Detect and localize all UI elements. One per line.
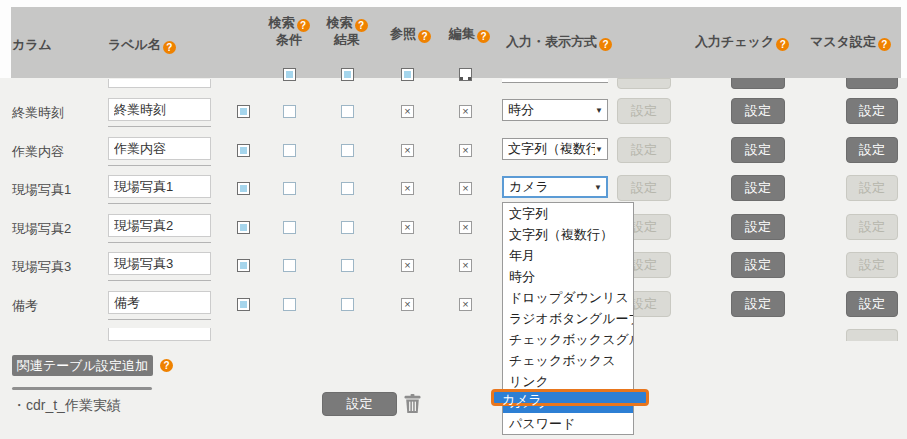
page-margin: [901, 0, 907, 78]
search-condition-checkbox[interactable]: [283, 221, 296, 234]
master-setting-button[interactable]: 設定: [846, 98, 898, 124]
related-table-name: ・cdr_t_作業実績: [12, 397, 121, 415]
input-type-select[interactable]: 時分 ▼: [502, 99, 608, 121]
search-result-checkall[interactable]: [341, 68, 354, 81]
clipped-row-fragment: [846, 78, 898, 89]
help-icon[interactable]: ?: [160, 359, 173, 372]
input-type-select[interactable]: 文字列（複数行） ▼: [502, 138, 608, 160]
input-check-setting-button[interactable]: 設定: [731, 98, 785, 124]
use-checkbox[interactable]: [237, 259, 250, 272]
help-icon[interactable]: ?: [163, 41, 176, 54]
master-setting-button: 設定: [846, 252, 898, 278]
reference-header: 参照?: [390, 25, 431, 43]
input-check-setting-button[interactable]: 設定: [731, 137, 785, 163]
help-icon[interactable]: ?: [477, 30, 490, 43]
label-input[interactable]: [108, 291, 211, 314]
help-icon[interactable]: ?: [599, 38, 612, 51]
search-result-checkbox[interactable]: [341, 105, 354, 118]
dropdown-option[interactable]: 文字列: [503, 203, 633, 224]
related-table-setting-button[interactable]: 設定: [322, 392, 397, 416]
input-check-setting-button[interactable]: 設定: [731, 175, 785, 201]
page-margin: [0, 0, 907, 7]
help-icon[interactable]: ?: [297, 19, 310, 32]
help-icon[interactable]: ?: [776, 38, 789, 51]
search-condition-checkbox[interactable]: [283, 298, 296, 311]
input-check-setting-button[interactable]: 設定: [731, 252, 785, 278]
column-name: 終業時刻: [12, 104, 64, 122]
label-input[interactable]: [108, 252, 211, 275]
input-display-setting-button: 設定: [617, 98, 671, 124]
use-checkbox[interactable]: [237, 221, 250, 234]
use-checkbox[interactable]: [237, 298, 250, 311]
label-input[interactable]: [108, 137, 211, 160]
input-underline: [108, 126, 211, 127]
search-result-checkbox[interactable]: [341, 144, 354, 157]
dropdown-option[interactable]: ラジオボタングループ: [503, 308, 633, 329]
field-row: 備考 設定 設定 設定: [0, 290, 907, 318]
dropdown-option[interactable]: パスワード: [503, 413, 633, 434]
label-input[interactable]: [108, 98, 211, 121]
search-result-checkbox[interactable]: [341, 259, 354, 272]
edit-checkbox[interactable]: [459, 182, 472, 195]
dropdown-option-selected[interactable]: カメラ: [491, 389, 649, 406]
add-related-table-button[interactable]: 関連テーブル設定追加: [12, 355, 153, 376]
column-header: カラム: [12, 36, 52, 54]
search-condition-checkbox[interactable]: [283, 144, 296, 157]
dropdown-option[interactable]: 文字列（複数行）: [503, 224, 633, 245]
reference-checkbox[interactable]: [401, 182, 414, 195]
input-check-setting-button[interactable]: 設定: [731, 291, 785, 317]
search-condition-checkbox[interactable]: [283, 105, 296, 118]
column-name: 備考: [12, 297, 38, 315]
reference-checkbox[interactable]: [401, 259, 414, 272]
clipped-row-fragment: [502, 79, 608, 83]
dropdown-option[interactable]: チェックボックスグループ: [503, 329, 633, 350]
clipped-row-fragment: [108, 79, 211, 88]
page-margin: [0, 0, 11, 78]
use-checkbox[interactable]: [237, 182, 250, 195]
master-setting-button[interactable]: 設定: [846, 291, 898, 317]
master-setting-button: 設定: [846, 175, 898, 201]
clipped-row-fragment: [617, 78, 671, 89]
search-result-checkbox[interactable]: [341, 182, 354, 195]
dropdown-option[interactable]: ドロップダウンリスト: [503, 287, 633, 308]
reference-checkbox[interactable]: [401, 105, 414, 118]
search-condition-checkbox[interactable]: [283, 259, 296, 272]
help-icon[interactable]: ?: [355, 19, 368, 32]
column-name: 作業内容: [12, 143, 64, 161]
input-check-setting-button[interactable]: 設定: [731, 214, 785, 240]
help-icon[interactable]: ?: [418, 30, 431, 43]
field-row: 作業内容 文字列（複数行） ▼ 設定 設定 設定: [0, 136, 907, 164]
reference-checkbox[interactable]: [401, 298, 414, 311]
reference-checkall[interactable]: [401, 68, 414, 81]
master-setting-button[interactable]: 設定: [846, 137, 898, 163]
field-row: 終業時刻 時分 ▼ 設定 設定 設定: [0, 97, 907, 125]
dropdown-option[interactable]: チェックボックス: [503, 350, 633, 371]
trash-icon[interactable]: [404, 394, 421, 413]
search-condition-checkall[interactable]: [283, 68, 296, 81]
input-underline: [108, 242, 211, 243]
edit-checkall[interactable]: [459, 68, 472, 81]
input-underline: [108, 165, 211, 166]
search-condition-checkbox[interactable]: [283, 182, 296, 195]
edit-checkbox[interactable]: [459, 298, 472, 311]
dropdown-option[interactable]: 年月: [503, 245, 633, 266]
edit-checkbox[interactable]: [459, 259, 472, 272]
master-setting-header: マスタ設定?: [810, 33, 891, 51]
use-checkbox[interactable]: [237, 144, 250, 157]
search-result-checkbox[interactable]: [341, 298, 354, 311]
edit-checkbox[interactable]: [459, 221, 472, 234]
input-display-setting-button: 設定: [617, 137, 671, 163]
use-checkbox[interactable]: [237, 105, 250, 118]
label-input[interactable]: [108, 214, 211, 237]
dropdown-option[interactable]: 時分: [503, 266, 633, 287]
reference-checkbox[interactable]: [401, 144, 414, 157]
edit-checkbox[interactable]: [459, 144, 472, 157]
input-underline: [108, 280, 211, 281]
label-input[interactable]: [108, 175, 211, 198]
help-icon[interactable]: ?: [878, 38, 891, 51]
edit-checkbox[interactable]: [459, 105, 472, 118]
reference-checkbox[interactable]: [401, 221, 414, 234]
chevron-down-icon: ▼: [595, 145, 603, 154]
input-type-select[interactable]: カメラ ▼: [502, 176, 608, 198]
search-result-checkbox[interactable]: [341, 221, 354, 234]
